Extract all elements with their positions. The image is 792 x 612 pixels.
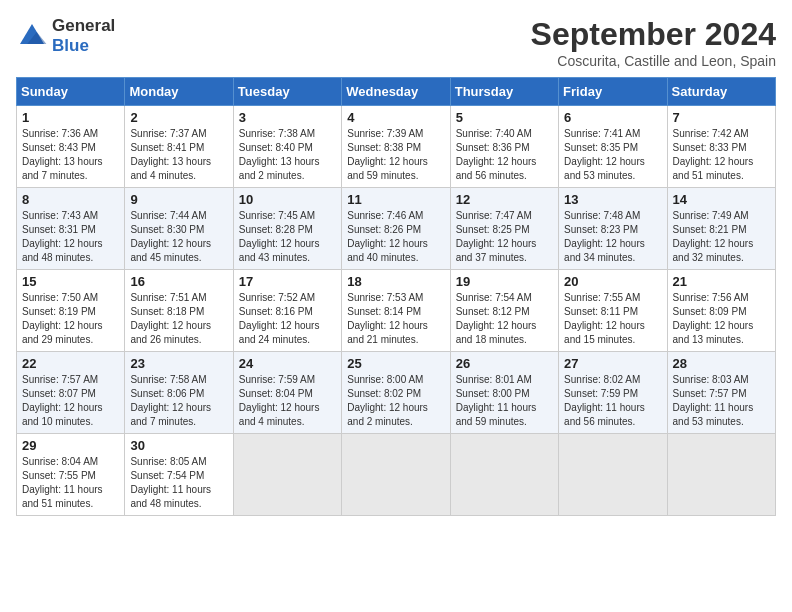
day-info: Sunrise: 7:46 AM Sunset: 8:26 PM Dayligh… — [347, 209, 444, 265]
calendar-day-cell: 29Sunrise: 8:04 AM Sunset: 7:55 PM Dayli… — [17, 434, 125, 516]
day-number: 6 — [564, 110, 661, 125]
location: Coscurita, Castille and Leon, Spain — [531, 53, 776, 69]
calendar-day-cell: 11Sunrise: 7:46 AM Sunset: 8:26 PM Dayli… — [342, 188, 450, 270]
day-info: Sunrise: 7:37 AM Sunset: 8:41 PM Dayligh… — [130, 127, 227, 183]
calendar-empty-cell — [667, 434, 775, 516]
day-info: Sunrise: 7:54 AM Sunset: 8:12 PM Dayligh… — [456, 291, 553, 347]
day-info: Sunrise: 7:48 AM Sunset: 8:23 PM Dayligh… — [564, 209, 661, 265]
calendar-week-row: 1Sunrise: 7:36 AM Sunset: 8:43 PM Daylig… — [17, 106, 776, 188]
calendar-day-cell: 21Sunrise: 7:56 AM Sunset: 8:09 PM Dayli… — [667, 270, 775, 352]
calendar-day-cell: 13Sunrise: 7:48 AM Sunset: 8:23 PM Dayli… — [559, 188, 667, 270]
day-info: Sunrise: 8:05 AM Sunset: 7:54 PM Dayligh… — [130, 455, 227, 511]
day-info: Sunrise: 7:52 AM Sunset: 8:16 PM Dayligh… — [239, 291, 336, 347]
calendar-week-row: 15Sunrise: 7:50 AM Sunset: 8:19 PM Dayli… — [17, 270, 776, 352]
day-number: 4 — [347, 110, 444, 125]
weekday-header: Monday — [125, 78, 233, 106]
calendar-empty-cell — [559, 434, 667, 516]
day-number: 1 — [22, 110, 119, 125]
calendar-day-cell: 9Sunrise: 7:44 AM Sunset: 8:30 PM Daylig… — [125, 188, 233, 270]
day-number: 8 — [22, 192, 119, 207]
day-number: 15 — [22, 274, 119, 289]
day-info: Sunrise: 7:47 AM Sunset: 8:25 PM Dayligh… — [456, 209, 553, 265]
calendar-week-row: 22Sunrise: 7:57 AM Sunset: 8:07 PM Dayli… — [17, 352, 776, 434]
calendar-empty-cell — [233, 434, 341, 516]
day-number: 23 — [130, 356, 227, 371]
calendar-day-cell: 24Sunrise: 7:59 AM Sunset: 8:04 PM Dayli… — [233, 352, 341, 434]
calendar-header-row: SundayMondayTuesdayWednesdayThursdayFrid… — [17, 78, 776, 106]
weekday-header: Thursday — [450, 78, 558, 106]
day-number: 7 — [673, 110, 770, 125]
calendar-day-cell: 14Sunrise: 7:49 AM Sunset: 8:21 PM Dayli… — [667, 188, 775, 270]
calendar-day-cell: 18Sunrise: 7:53 AM Sunset: 8:14 PM Dayli… — [342, 270, 450, 352]
calendar-table: SundayMondayTuesdayWednesdayThursdayFrid… — [16, 77, 776, 516]
day-info: Sunrise: 7:40 AM Sunset: 8:36 PM Dayligh… — [456, 127, 553, 183]
title-block: September 2024 Coscurita, Castille and L… — [531, 16, 776, 69]
logo-icon — [16, 20, 48, 52]
weekday-header: Sunday — [17, 78, 125, 106]
calendar-week-row: 29Sunrise: 8:04 AM Sunset: 7:55 PM Dayli… — [17, 434, 776, 516]
day-number: 19 — [456, 274, 553, 289]
calendar-day-cell: 27Sunrise: 8:02 AM Sunset: 7:59 PM Dayli… — [559, 352, 667, 434]
day-info: Sunrise: 8:03 AM Sunset: 7:57 PM Dayligh… — [673, 373, 770, 429]
day-number: 10 — [239, 192, 336, 207]
day-info: Sunrise: 7:36 AM Sunset: 8:43 PM Dayligh… — [22, 127, 119, 183]
calendar-day-cell: 10Sunrise: 7:45 AM Sunset: 8:28 PM Dayli… — [233, 188, 341, 270]
calendar-day-cell: 15Sunrise: 7:50 AM Sunset: 8:19 PM Dayli… — [17, 270, 125, 352]
day-info: Sunrise: 7:49 AM Sunset: 8:21 PM Dayligh… — [673, 209, 770, 265]
day-number: 24 — [239, 356, 336, 371]
logo-blue: Blue — [52, 36, 115, 56]
day-number: 11 — [347, 192, 444, 207]
day-number: 29 — [22, 438, 119, 453]
day-info: Sunrise: 7:41 AM Sunset: 8:35 PM Dayligh… — [564, 127, 661, 183]
day-number: 28 — [673, 356, 770, 371]
calendar-empty-cell — [342, 434, 450, 516]
weekday-header: Wednesday — [342, 78, 450, 106]
calendar-day-cell: 23Sunrise: 7:58 AM Sunset: 8:06 PM Dayli… — [125, 352, 233, 434]
day-number: 18 — [347, 274, 444, 289]
logo-text: General Blue — [52, 16, 115, 56]
day-number: 22 — [22, 356, 119, 371]
day-number: 9 — [130, 192, 227, 207]
day-info: Sunrise: 8:02 AM Sunset: 7:59 PM Dayligh… — [564, 373, 661, 429]
calendar-day-cell: 25Sunrise: 8:00 AM Sunset: 8:02 PM Dayli… — [342, 352, 450, 434]
day-number: 26 — [456, 356, 553, 371]
calendar-day-cell: 6Sunrise: 7:41 AM Sunset: 8:35 PM Daylig… — [559, 106, 667, 188]
day-info: Sunrise: 7:39 AM Sunset: 8:38 PM Dayligh… — [347, 127, 444, 183]
day-number: 16 — [130, 274, 227, 289]
logo: General Blue — [16, 16, 115, 56]
day-info: Sunrise: 7:56 AM Sunset: 8:09 PM Dayligh… — [673, 291, 770, 347]
day-number: 2 — [130, 110, 227, 125]
page-header: General Blue September 2024 Coscurita, C… — [16, 16, 776, 69]
calendar-day-cell: 30Sunrise: 8:05 AM Sunset: 7:54 PM Dayli… — [125, 434, 233, 516]
day-number: 14 — [673, 192, 770, 207]
day-number: 21 — [673, 274, 770, 289]
day-number: 3 — [239, 110, 336, 125]
calendar-day-cell: 17Sunrise: 7:52 AM Sunset: 8:16 PM Dayli… — [233, 270, 341, 352]
day-info: Sunrise: 7:45 AM Sunset: 8:28 PM Dayligh… — [239, 209, 336, 265]
day-info: Sunrise: 8:04 AM Sunset: 7:55 PM Dayligh… — [22, 455, 119, 511]
calendar-day-cell: 12Sunrise: 7:47 AM Sunset: 8:25 PM Dayli… — [450, 188, 558, 270]
calendar-day-cell: 22Sunrise: 7:57 AM Sunset: 8:07 PM Dayli… — [17, 352, 125, 434]
day-number: 12 — [456, 192, 553, 207]
day-info: Sunrise: 7:42 AM Sunset: 8:33 PM Dayligh… — [673, 127, 770, 183]
day-number: 30 — [130, 438, 227, 453]
day-number: 13 — [564, 192, 661, 207]
day-info: Sunrise: 7:58 AM Sunset: 8:06 PM Dayligh… — [130, 373, 227, 429]
calendar-day-cell: 2Sunrise: 7:37 AM Sunset: 8:41 PM Daylig… — [125, 106, 233, 188]
calendar-day-cell: 19Sunrise: 7:54 AM Sunset: 8:12 PM Dayli… — [450, 270, 558, 352]
day-info: Sunrise: 7:53 AM Sunset: 8:14 PM Dayligh… — [347, 291, 444, 347]
day-number: 5 — [456, 110, 553, 125]
day-number: 20 — [564, 274, 661, 289]
day-info: Sunrise: 7:55 AM Sunset: 8:11 PM Dayligh… — [564, 291, 661, 347]
calendar-day-cell: 8Sunrise: 7:43 AM Sunset: 8:31 PM Daylig… — [17, 188, 125, 270]
calendar-day-cell: 3Sunrise: 7:38 AM Sunset: 8:40 PM Daylig… — [233, 106, 341, 188]
calendar-day-cell: 1Sunrise: 7:36 AM Sunset: 8:43 PM Daylig… — [17, 106, 125, 188]
day-info: Sunrise: 7:59 AM Sunset: 8:04 PM Dayligh… — [239, 373, 336, 429]
calendar-empty-cell — [450, 434, 558, 516]
day-number: 27 — [564, 356, 661, 371]
day-info: Sunrise: 7:57 AM Sunset: 8:07 PM Dayligh… — [22, 373, 119, 429]
calendar-day-cell: 5Sunrise: 7:40 AM Sunset: 8:36 PM Daylig… — [450, 106, 558, 188]
weekday-header: Friday — [559, 78, 667, 106]
calendar-day-cell: 16Sunrise: 7:51 AM Sunset: 8:18 PM Dayli… — [125, 270, 233, 352]
day-info: Sunrise: 8:01 AM Sunset: 8:00 PM Dayligh… — [456, 373, 553, 429]
